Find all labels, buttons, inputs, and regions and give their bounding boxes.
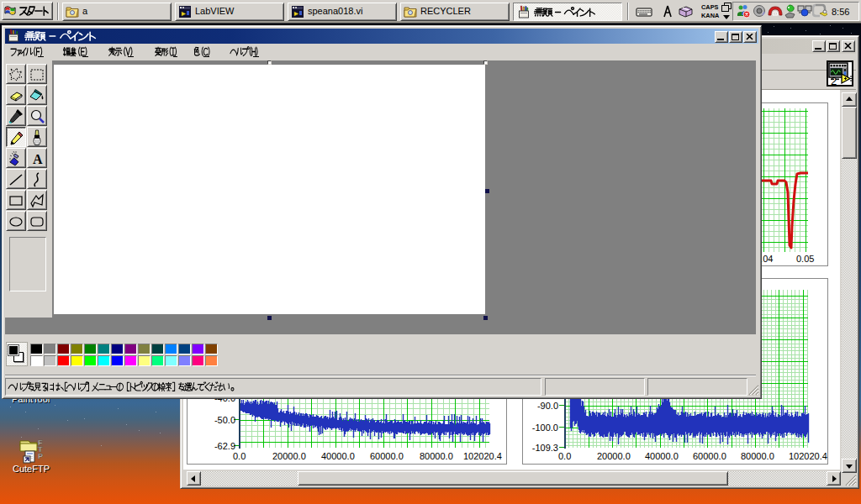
svg-text:A: A [33,152,43,166]
svg-text:P: P [38,452,43,460]
svg-text:2: 2 [831,75,837,87]
